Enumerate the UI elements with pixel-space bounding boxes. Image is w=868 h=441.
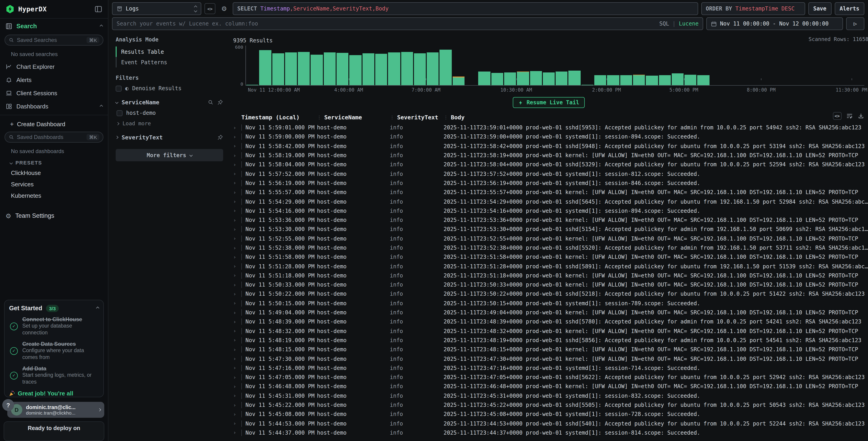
expand-chevron-icon[interactable]: › xyxy=(229,245,241,251)
col-timestamp[interactable]: Timestamp (Local) xyxy=(241,114,317,120)
language-toggle-lucene[interactable]: Lucene xyxy=(679,21,699,27)
column-grip-icon[interactable]: ⋮ xyxy=(443,115,448,120)
expand-chevron-icon[interactable]: › xyxy=(229,199,241,205)
expand-chevron-icon[interactable]: › xyxy=(229,365,241,371)
table-row[interactable]: › Nov 11 5:51:18.000 PM host-demo info 2… xyxy=(229,271,868,281)
expand-chevron-icon[interactable]: › xyxy=(229,291,241,297)
col-severitytext[interactable]: ⋮SeverityText xyxy=(390,114,443,120)
edit-sql-icon[interactable]: <> xyxy=(205,3,215,14)
table-row[interactable]: › Nov 11 5:50:33.000 PM host-demo info 2… xyxy=(229,280,868,290)
table-row[interactable]: › Nov 11 5:50:22.000 PM host-demo info 2… xyxy=(229,290,868,299)
table-row[interactable]: › Nov 11 5:48:15.000 PM host-demo info 2… xyxy=(229,345,868,354)
checkbox[interactable] xyxy=(117,110,123,116)
table-row[interactable]: › Nov 11 5:46:48.000 PM host-demo info 2… xyxy=(229,382,868,391)
table-row[interactable]: › Nov 11 5:58:04.000 PM host-demo info 2… xyxy=(229,160,868,169)
table-row[interactable]: › Nov 11 5:48:19.000 PM host-demo info 2… xyxy=(229,336,868,345)
expand-chevron-icon[interactable]: › xyxy=(229,411,241,417)
resume-live-tail-button[interactable]: Resume Live Tail xyxy=(513,97,585,108)
load-more-button[interactable]: Load more xyxy=(117,120,223,127)
chevron-up-icon[interactable] xyxy=(100,25,103,28)
expand-chevron-icon[interactable]: › xyxy=(229,282,241,288)
expand-chevron-icon[interactable]: › xyxy=(229,356,241,362)
language-toggle-sql[interactable]: SQL xyxy=(659,21,669,27)
expand-chevron-icon[interactable]: › xyxy=(229,430,241,436)
table-row[interactable]: › Nov 11 5:55:57.000 PM host-demo info 2… xyxy=(229,188,868,197)
order-by-input[interactable]: ORDER BY TimestampTime DESC xyxy=(701,2,805,15)
expand-chevron-icon[interactable]: › xyxy=(229,328,241,334)
table-row[interactable]: › Nov 11 5:50:15.000 PM host-demo info 2… xyxy=(229,299,868,308)
expand-chevron-icon[interactable]: › xyxy=(229,319,241,325)
table-row[interactable]: › Nov 11 5:48:39.000 PM host-demo info 2… xyxy=(229,317,868,326)
expand-chevron-icon[interactable]: › xyxy=(229,254,241,260)
table-row[interactable]: › Nov 11 5:47:30.000 PM host-demo info 2… xyxy=(229,354,868,363)
expand-chevron-icon[interactable]: › xyxy=(229,227,241,232)
expand-chevron-icon[interactable]: › xyxy=(229,273,241,278)
expand-chevron-icon[interactable]: › xyxy=(229,208,241,214)
expand-chevron-icon[interactable]: › xyxy=(229,217,241,223)
expand-chevron-icon[interactable]: › xyxy=(229,125,241,130)
saved-dashboards-input[interactable]: Saved Dashboards ⌘K xyxy=(5,132,103,143)
table-row[interactable]: › Nov 11 5:44:37.000 PM host-demo info 2… xyxy=(229,428,868,438)
table-row[interactable]: › Nov 11 5:57:52.000 PM host-demo info 2… xyxy=(229,169,868,179)
table-row[interactable]: › Nov 11 5:52:38.000 PM host-demo info 2… xyxy=(229,243,868,253)
filter-group-severitytext[interactable]: SeverityText xyxy=(116,134,223,141)
wrap-lines-icon[interactable] xyxy=(846,113,853,119)
more-filters-button[interactable]: More filters xyxy=(116,149,223,161)
source-settings-gear-icon[interactable]: ⚙ xyxy=(219,3,229,14)
expand-chevron-icon[interactable]: › xyxy=(229,134,241,140)
expand-chevron-icon[interactable]: › xyxy=(229,189,241,195)
chevron-up-icon[interactable] xyxy=(100,105,103,108)
col-servicename[interactable]: ⋮ServiceName xyxy=(317,114,390,120)
table-row[interactable]: › Nov 11 5:58:19.000 PM host-demo info 2… xyxy=(229,151,868,160)
expand-chevron-icon[interactable]: › xyxy=(229,402,241,408)
table-row[interactable]: › Nov 11 5:54:29.000 PM host-demo info 2… xyxy=(229,197,868,206)
table-row[interactable]: › Nov 11 5:59:01.000 PM host-demo info 2… xyxy=(229,123,868,133)
table-row[interactable]: › Nov 11 5:47:05.000 PM host-demo info 2… xyxy=(229,373,868,382)
table-row[interactable]: › Nov 11 5:45:31.000 PM host-demo info 2… xyxy=(229,391,868,401)
mode-event-patterns[interactable]: Event Patterns xyxy=(116,57,223,67)
expand-chevron-icon[interactable]: › xyxy=(229,152,241,158)
table-row[interactable]: › Nov 11 5:56:19.000 PM host-demo info 2… xyxy=(229,179,868,188)
alerts-button[interactable]: Alerts xyxy=(835,2,864,15)
table-row[interactable]: › Nov 11 5:47:16.000 PM host-demo info 2… xyxy=(229,363,868,373)
table-row[interactable]: › Nov 11 5:49:04.000 PM host-demo info 2… xyxy=(229,308,868,317)
help-button[interactable]: ? xyxy=(2,399,14,411)
source-select[interactable]: Logs xyxy=(112,2,201,15)
expand-chevron-icon[interactable]: › xyxy=(229,374,241,380)
pin-icon[interactable] xyxy=(217,135,223,140)
chevron-up-icon[interactable] xyxy=(96,307,99,310)
table-row[interactable]: › Nov 11 5:45:22.000 PM host-demo info 2… xyxy=(229,401,868,410)
expand-chevron-icon[interactable]: › xyxy=(229,393,241,399)
table-row[interactable]: › Nov 11 5:53:36.000 PM host-demo info 2… xyxy=(229,215,868,225)
sidebar-item-search[interactable]: Search xyxy=(0,19,108,34)
expand-chevron-icon[interactable]: › xyxy=(229,420,241,427)
table-row[interactable]: › Nov 11 5:44:53.000 PM host-demo info 2… xyxy=(229,419,868,428)
expand-chevron-icon[interactable]: › xyxy=(229,180,241,186)
run-query-button[interactable]: ▷ xyxy=(846,17,864,30)
saved-searches-input[interactable]: Saved Searches ⌘K xyxy=(5,35,103,46)
date-range-picker[interactable]: Nov 11 00:00:00 - Nov 12 00:00:00 xyxy=(706,17,843,30)
table-row[interactable]: › Nov 11 5:58:42.000 PM host-demo info 2… xyxy=(229,142,868,151)
pin-icon[interactable] xyxy=(217,99,223,105)
select-clause-input[interactable]: SELECT Timestamp,ServiceName,SeverityTex… xyxy=(233,2,698,15)
expand-chevron-icon[interactable]: › xyxy=(229,162,241,168)
download-icon[interactable] xyxy=(858,113,864,119)
expand-chevron-icon[interactable]: › xyxy=(229,171,241,177)
mode-results-table[interactable]: Results Table xyxy=(116,47,223,57)
presets-toggle[interactable]: PRESETS xyxy=(0,157,108,167)
expand-chevron-icon[interactable]: › xyxy=(229,310,241,316)
sidebar-item-dashboards[interactable]: Dashboards xyxy=(0,100,108,113)
expand-chevron-icon[interactable]: › xyxy=(229,143,241,149)
preset-kubernetes[interactable]: Kubernetes xyxy=(0,190,108,201)
sidebar-item-team-settings[interactable]: ⚙ Team Settings xyxy=(0,209,108,223)
expand-chevron-icon[interactable]: › xyxy=(229,384,241,389)
preset-services[interactable]: Services xyxy=(0,179,108,190)
table-row[interactable]: › Nov 11 5:51:28.000 PM host-demo info 2… xyxy=(229,262,868,271)
save-button[interactable]: Save xyxy=(808,2,831,15)
table-row[interactable]: › Nov 11 5:53:30.000 PM host-demo info 2… xyxy=(229,225,868,234)
col-body[interactable]: ⋮Body xyxy=(443,114,827,120)
create-dashboard-button[interactable]: + Create Dashboard xyxy=(0,117,108,131)
expand-chevron-icon[interactable]: › xyxy=(229,337,241,343)
sidebar-item-chart-explorer[interactable]: Chart Explorer xyxy=(0,60,108,74)
collapse-sidebar-icon[interactable] xyxy=(94,5,102,13)
